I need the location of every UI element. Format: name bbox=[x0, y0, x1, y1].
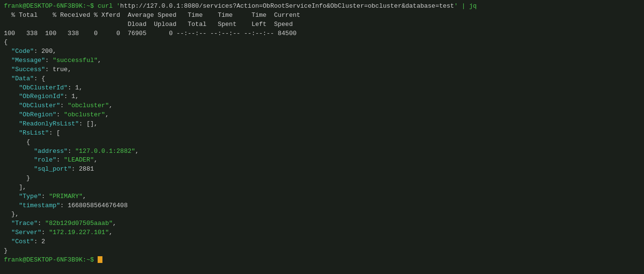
terminal-text-segment: "Type" bbox=[19, 193, 41, 200]
terminal-text-segment bbox=[4, 66, 12, 73]
terminal-text-segment: 100 338 100 338 0 0 76905 0 --:--:-- --:… bbox=[4, 30, 297, 37]
terminal-text-segment: "ReadonlyRsList" bbox=[19, 120, 79, 127]
curl-header2: Dload Upload Total Spent Left Speed bbox=[4, 20, 640, 29]
timestamp-line: "timestamp": 1668058564676408 bbox=[4, 201, 640, 211]
terminal-text-segment: "obcluster" bbox=[64, 111, 105, 118]
cmd-line: frank@DESKTOP-6NF3B9K:~$ curl 'http://12… bbox=[4, 2, 640, 11]
obregion-line: "ObRegion": "obcluster", bbox=[4, 111, 640, 120]
message-line: "Message": "successful", bbox=[4, 56, 640, 65]
terminal-text-segment: : 200, bbox=[34, 48, 56, 55]
terminal-text-segment: "Trace" bbox=[12, 220, 38, 227]
terminal-text-segment: "address" bbox=[34, 148, 67, 155]
rslist-close: ], bbox=[4, 183, 640, 192]
terminal-text-segment: "ObCluster" bbox=[19, 102, 60, 109]
terminal-text-segment: "Code" bbox=[12, 48, 34, 55]
cost-line: "Cost": 2 bbox=[4, 237, 640, 247]
terminal-text-segment: : true, bbox=[45, 66, 72, 73]
terminal-text-segment: "LEADER" bbox=[64, 156, 94, 163]
terminal-text-segment: } bbox=[4, 247, 8, 254]
trace-line: "Trace": "82b129d07505aaab", bbox=[4, 219, 640, 228]
terminal-text-segment: , bbox=[135, 148, 139, 155]
terminal-text-segment: }, bbox=[4, 211, 19, 218]
terminal-text-segment bbox=[4, 156, 34, 163]
obclusterid-line: "ObClusterId": 1, bbox=[4, 84, 640, 93]
terminal-text-segment: { bbox=[4, 138, 30, 146]
terminal-text-segment: "successful" bbox=[52, 57, 98, 64]
terminal-text-segment bbox=[4, 48, 12, 55]
terminal-text-segment bbox=[4, 120, 19, 127]
terminal-text-segment: : bbox=[56, 156, 64, 163]
terminal-text-segment: { bbox=[4, 38, 8, 46]
terminal-text-segment bbox=[4, 229, 12, 236]
terminal-text-segment bbox=[4, 129, 19, 137]
terminal-text-segment bbox=[4, 202, 19, 209]
terminal-text-segment: : bbox=[38, 220, 45, 227]
terminal-text-segment: "Data" bbox=[12, 75, 34, 82]
rslist-obj-open: { bbox=[4, 138, 640, 147]
rslist-open: "RsList": [ bbox=[4, 129, 640, 138]
address-line: "address": "127.0.0.1:2882", bbox=[4, 147, 640, 156]
code-line: "Code": 200, bbox=[4, 47, 640, 56]
terminal-text-segment: : [ bbox=[49, 129, 60, 137]
terminal-text-segment bbox=[4, 102, 19, 109]
terminal-text-segment: , bbox=[105, 111, 109, 118]
terminal-text-segment: frank@DESKTOP-6NF3B9K:~$ curl ' bbox=[4, 2, 120, 10]
data-close: }, bbox=[4, 210, 640, 219]
terminal-text-segment: "role" bbox=[34, 156, 56, 163]
terminal-text-segment: , bbox=[83, 193, 87, 200]
terminal-text-segment: "82b129d07505aaab" bbox=[45, 220, 113, 227]
terminal-text-segment: Dload Upload Total Spent Left Speed bbox=[4, 21, 293, 28]
terminal-text-segment bbox=[4, 165, 34, 173]
terminal-window: frank@DESKTOP-6NF3B9K:~$ curl 'http://12… bbox=[0, 0, 644, 274]
open-brace: { bbox=[4, 38, 640, 47]
terminal-text-segment: : 1, bbox=[64, 93, 79, 100]
terminal-text-segment: frank@DESKTOP-6NF3B9K:~$ bbox=[4, 256, 98, 263]
terminal-text-segment: , bbox=[109, 229, 113, 236]
terminal-text-segment bbox=[4, 93, 19, 100]
terminal-text-segment: : { bbox=[34, 75, 45, 82]
curl-data: 100 338 100 338 0 0 76905 0 --:--:-- --:… bbox=[4, 29, 640, 38]
terminal-text-segment: "172.19.227.101" bbox=[49, 229, 109, 236]
curl-header1: % Total % Received % Xferd Average Speed… bbox=[4, 11, 640, 20]
terminal-text-segment bbox=[4, 84, 19, 91]
terminal-text-segment: "PRIMARY" bbox=[49, 193, 83, 200]
terminal-text-segment: , bbox=[98, 57, 101, 64]
terminal-text-segment: } bbox=[4, 174, 30, 182]
server-line: "Server": "172.19.227.101", bbox=[4, 228, 640, 237]
success-line: "Success": true, bbox=[4, 65, 640, 75]
terminal-text-segment: : bbox=[56, 111, 64, 118]
rslist-obj-close: } bbox=[4, 174, 640, 183]
terminal-text-segment: , bbox=[113, 220, 116, 227]
next-prompt: frank@DESKTOP-6NF3B9K:~$ bbox=[4, 256, 640, 265]
terminal-text-segment: : bbox=[68, 148, 76, 155]
obcluster-line: "ObCluster": "obcluster", bbox=[4, 101, 640, 111]
terminal-text-segment: "obcluster" bbox=[68, 102, 109, 109]
terminal-text-segment: : 2 bbox=[34, 238, 45, 245]
terminal-text-segment: : 1668058564676408 bbox=[60, 202, 127, 209]
terminal-text-segment: "ObRegionId" bbox=[19, 93, 64, 100]
terminal-text-segment: : [], bbox=[79, 120, 98, 127]
close-brace: } bbox=[4, 247, 640, 256]
terminal-text-segment: : bbox=[41, 193, 49, 200]
terminal-text-segment bbox=[4, 75, 12, 82]
obregionid-line: "ObRegionId": 1, bbox=[4, 92, 640, 101]
terminal-text-segment: ' | jq bbox=[454, 2, 477, 10]
terminal-text-segment bbox=[4, 111, 19, 118]
terminal-text-segment bbox=[4, 220, 12, 227]
terminal-text-segment: : bbox=[45, 57, 53, 64]
terminal-text-segment: "Cost" bbox=[12, 238, 34, 245]
terminal-text-segment: "ObClusterId" bbox=[19, 84, 67, 91]
readonlyrslist-line: "ReadonlyRsList": [], bbox=[4, 120, 640, 129]
terminal-text-segment: "timestamp" bbox=[19, 202, 60, 209]
terminal-text-segment bbox=[4, 57, 12, 64]
sqlport-line: "sql_port": 2881 bbox=[4, 165, 640, 174]
terminal-cursor bbox=[98, 256, 102, 263]
type-line: "Type": "PRIMARY", bbox=[4, 192, 640, 201]
terminal-text-segment bbox=[4, 193, 19, 200]
terminal-text-segment: "sql_port" bbox=[34, 165, 71, 173]
terminal-text-segment bbox=[4, 148, 34, 155]
terminal-text-segment: "Server" bbox=[12, 229, 41, 236]
terminal-text-segment: % Total % Received % Xferd Average Speed… bbox=[4, 12, 300, 19]
terminal-text-segment: : bbox=[41, 229, 49, 236]
terminal-text-segment: , bbox=[94, 156, 98, 163]
